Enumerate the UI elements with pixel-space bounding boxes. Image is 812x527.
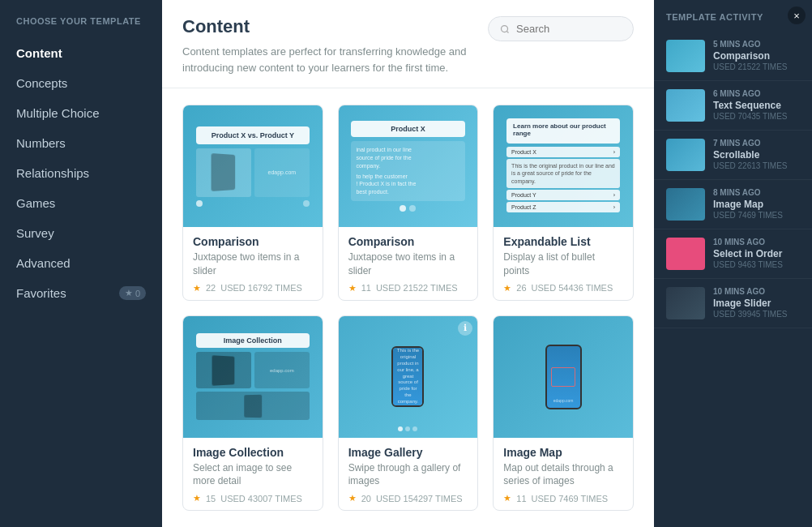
template-thumbnail: Image Collection edapp.com	[183, 316, 323, 438]
activity-item-3[interactable]: 8 MINS AGO Image Map USED 7469 TIMES	[654, 180, 812, 229]
activity-time: 6 MINS AGO	[713, 89, 800, 98]
search-icon	[500, 24, 510, 35]
activity-item-1[interactable]: 6 MINS AGO Text Sequence USED 70435 TIME…	[654, 81, 812, 131]
template-card-image-collection[interactable]: Image Collection edapp.com	[182, 315, 323, 512]
activity-time: 5 MINS AGO	[713, 40, 800, 49]
activity-thumbnail	[666, 40, 705, 72]
search-input[interactable]	[516, 23, 622, 35]
sidebar-item-label: Relationships	[16, 166, 89, 180]
activity-item-4[interactable]: 10 MINS AGO Select in Order USED 9463 TI…	[654, 229, 812, 279]
activity-item-2[interactable]: 7 MINS AGO Scrollable USED 22613 TIMES	[654, 131, 812, 180]
favorites-count: 0	[135, 289, 140, 298]
sidebar-item-relationships[interactable]: Relationships	[0, 158, 162, 188]
close-button[interactable]: ×	[788, 6, 806, 24]
template-thumbnail: ℹ This is the original product in our li…	[339, 316, 478, 438]
activity-info: 10 MINS AGO Select in Order USED 9463 TI…	[713, 238, 800, 270]
template-info: Image Gallery Swipe through a gallery of…	[339, 438, 478, 512]
activity-used: USED 22613 TIMES	[713, 161, 800, 170]
activity-used: USED 70435 TIMES	[713, 112, 800, 121]
template-name: Comparison	[348, 235, 468, 248]
templates-grid: Product X vs. Product Y edapp.com	[162, 88, 654, 527]
header-left: Content Content templates are perfect fo…	[182, 16, 488, 75]
star-icon: ★	[125, 288, 133, 298]
activity-panel: TEMPLATE ACTIVITY 5 MINS AGO Comparison …	[654, 0, 812, 527]
template-name: Expandable List	[503, 235, 623, 248]
template-card-expandable-list[interactable]: Learn more about our product range Produ…	[493, 105, 634, 301]
activity-name: Text Sequence	[713, 100, 800, 111]
template-name: Comparison	[193, 235, 313, 248]
activity-info: 10 MINS AGO Image Slider USED 39945 TIME…	[713, 287, 800, 319]
phone-mock: edapp.com	[545, 345, 582, 409]
used-times: USED 154297 TIMES	[376, 494, 463, 503]
search-box[interactable]	[488, 16, 634, 41]
activity-thumbnail	[666, 238, 705, 270]
activity-time: 10 MINS AGO	[713, 238, 800, 246]
sidebar-item-favorites[interactable]: Favorites ★ 0	[0, 278, 162, 308]
used-times: USED 7469 TIMES	[532, 494, 609, 503]
page-title: Content	[182, 16, 488, 37]
sidebar-item-numbers[interactable]: Numbers	[0, 128, 162, 158]
used-times: USED 16792 TIMES	[220, 283, 302, 293]
template-info: Comparison Juxtapose two items in a slid…	[339, 227, 478, 301]
activity-time: 7 MINS AGO	[713, 139, 800, 148]
star-count: 11	[361, 283, 371, 293]
activity-name: Comparison	[713, 50, 800, 62]
modal: × CHOOSE YOUR TEMPLATE Content Concepts …	[0, 0, 812, 527]
activity-used: USED 7469 TIMES	[713, 211, 800, 220]
activity-item-5[interactable]: 10 MINS AGO Image Slider USED 39945 TIME…	[654, 279, 812, 328]
star-icon: ★	[348, 493, 357, 503]
activity-used: USED 9463 TIMES	[713, 260, 800, 269]
star-icon: ★	[348, 283, 357, 293]
activity-info: 5 MINS AGO Comparison USED 21522 TIMES	[713, 40, 800, 72]
page-description: Content templates are perfect for transf…	[182, 44, 488, 75]
template-card-image-map[interactable]: edapp.com Image Map Map out details thro…	[493, 315, 634, 512]
template-desc: Select an image to see more detail	[193, 461, 313, 489]
template-name: Image Map	[503, 446, 623, 459]
template-thumbnail: Learn more about our product range Produ…	[494, 105, 633, 227]
sidebar-item-content[interactable]: Content	[0, 38, 162, 68]
info-badge: ℹ	[458, 321, 472, 336]
sidebar-title: CHOOSE YOUR TEMPLATE	[0, 16, 162, 38]
star-count: 26	[516, 283, 526, 293]
activity-thumbnail	[666, 89, 705, 122]
template-name: Image Collection	[193, 446, 313, 459]
main-header: Content Content templates are perfect fo…	[162, 0, 654, 88]
template-card-comparison1[interactable]: Product X vs. Product Y edapp.com	[182, 105, 323, 301]
phone-mock: This is the original product in our line…	[391, 346, 424, 407]
activity-thumbnail	[666, 188, 705, 221]
sidebar-item-concepts[interactable]: Concepts	[0, 68, 162, 98]
template-card-image-gallery[interactable]: ℹ This is the original product in our li…	[338, 315, 479, 512]
sidebar-item-games[interactable]: Games	[0, 188, 162, 218]
template-name: Image Gallery	[348, 446, 468, 459]
main-content: Content Content templates are perfect fo…	[162, 0, 654, 527]
template-desc: Juxtapose two items in a slider	[348, 251, 468, 278]
activity-item-0[interactable]: 5 MINS AGO Comparison USED 21522 TIMES	[654, 32, 812, 81]
template-info: Image Collection Select an image to see …	[183, 438, 323, 512]
star-icon: ★	[193, 493, 201, 503]
sidebar-item-label: Survey	[16, 226, 54, 240]
template-stats: ★ 26 USED 54436 TIMES	[503, 283, 623, 293]
template-stats: ★ 15 USED 43007 TIMES	[193, 493, 313, 503]
activity-name: Image Slider	[713, 298, 800, 309]
template-stats: ★ 11 USED 21522 TIMES	[348, 283, 468, 293]
star-icon: ★	[503, 283, 511, 293]
template-thumbnail: edapp.com	[494, 316, 633, 438]
sidebar-item-label: Advanced	[16, 256, 71, 270]
template-stats: ★ 22 USED 16792 TIMES	[193, 283, 313, 293]
sidebar-item-advanced[interactable]: Advanced	[0, 248, 162, 278]
star-count: 15	[206, 494, 216, 503]
activity-info: 7 MINS AGO Scrollable USED 22613 TIMES	[713, 139, 800, 171]
star-icon: ★	[503, 493, 511, 503]
activity-used: USED 39945 TIMES	[713, 310, 800, 319]
star-count: 22	[206, 283, 216, 293]
sidebar-item-multiple-choice[interactable]: Multiple Choice	[0, 98, 162, 128]
activity-time: 8 MINS AGO	[713, 188, 800, 197]
sidebar-item-label: Favorites	[16, 286, 66, 300]
svg-line-1	[506, 31, 508, 32]
sidebar: CHOOSE YOUR TEMPLATE Content Concepts Mu…	[0, 0, 162, 527]
activity-name: Scrollable	[713, 149, 800, 161]
template-desc: Juxtapose two items in a slider	[193, 251, 313, 278]
used-times: USED 54436 TIMES	[532, 283, 613, 293]
template-card-comparison2[interactable]: Product X inal product in our line sourc…	[338, 105, 479, 301]
sidebar-item-survey[interactable]: Survey	[0, 218, 162, 248]
